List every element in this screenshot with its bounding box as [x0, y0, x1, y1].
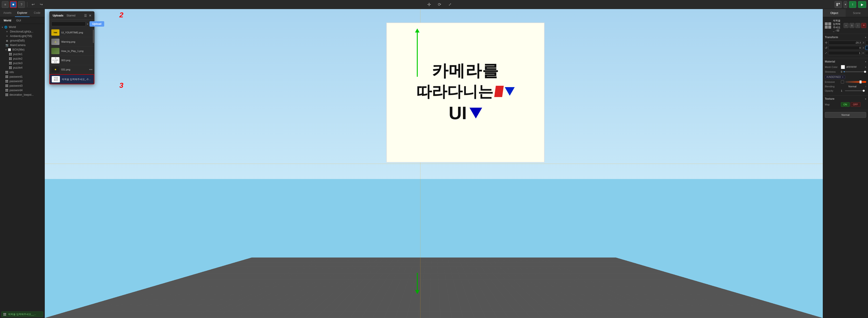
- panel-dropdown-button[interactable]: ▾: [844, 1, 847, 8]
- tree-item-world[interactable]: ▾ 🌐 World: [0, 25, 44, 29]
- viewport[interactable]: 카메라를 따라다니는 UI Uploads: [45, 9, 823, 318]
- material-chevron[interactable]: ▾: [865, 61, 866, 63]
- redo-button[interactable]: ↪: [38, 1, 44, 8]
- list-view-icon[interactable]: ☰: [84, 13, 88, 18]
- tab-object[interactable]: Object: [823, 9, 846, 17]
- tree-item-amb-light[interactable]: ☀ AmbientLight(756): [0, 34, 44, 38]
- refresh-icon[interactable]: ⟳: [436, 1, 443, 8]
- shininess-thumb[interactable]: [864, 71, 866, 73]
- tab-code[interactable]: Code: [30, 9, 44, 17]
- opacity-label: Opacity: [825, 90, 839, 92]
- right-tabs: Object Scene: [823, 9, 868, 17]
- more-options-icon[interactable]: •••: [89, 68, 92, 71]
- play-button[interactable]: ▶: [858, 1, 866, 8]
- world-gui-row: World GUI: [0, 17, 44, 24]
- map-label: Map: [825, 103, 839, 106]
- mat-add-btn[interactable]: +: [844, 23, 848, 28]
- blue-triangle-small: [505, 87, 515, 96]
- globe-icon: 🌐: [4, 26, 7, 29]
- tree-item-puzzle2[interactable]: puzzle2: [0, 57, 44, 61]
- upload-item-0[interactable]: TIME UI_YOURTIME.png: [50, 28, 94, 37]
- rotation-x-input[interactable]: [829, 46, 862, 50]
- upload-thumb-3: 수어로 밝게인사해주세요2.1.3.4: [51, 57, 59, 63]
- blending-value: Normal: [848, 85, 856, 88]
- scale-y-input[interactable]: [865, 51, 868, 55]
- tree-item-puzzle4[interactable]: puzzle4: [0, 65, 44, 70]
- mat-delete-btn[interactable]: ✕: [861, 23, 866, 28]
- tab-scene[interactable]: Scene: [846, 9, 868, 17]
- emissive-thumb[interactable]: [860, 80, 862, 83]
- upload-tab-starred[interactable]: Starred: [66, 13, 76, 17]
- close-icon[interactable]: ✕: [88, 13, 92, 18]
- board-text: 카메라를 따라다니는 UI: [416, 60, 515, 125]
- map-on-button[interactable]: ON: [841, 102, 850, 107]
- menu-button[interactable]: ≡: [2, 1, 8, 8]
- material-title: 제목을 입력해주세요_ - 02: [833, 19, 842, 32]
- upload-thumb-2: [51, 48, 59, 54]
- expand-icon[interactable]: ⤢: [447, 1, 454, 8]
- blending-arrow[interactable]: ›: [865, 85, 866, 88]
- mesh-color-swatch[interactable]: [841, 65, 845, 69]
- position-x-input[interactable]: [829, 41, 862, 45]
- grid-icon-bottom: [3, 313, 6, 316]
- upload-button[interactable]: Upload: [90, 21, 104, 27]
- shininess-slider[interactable]: [844, 71, 866, 72]
- position-y-input[interactable]: [865, 41, 868, 45]
- upload-item-3[interactable]: 수어로 밝게인사해주세요2.1.3.4 003.png: [50, 56, 94, 65]
- tree-item-ground[interactable]: ▣ ground(5d5): [0, 38, 44, 43]
- gui-item[interactable]: GUI: [15, 19, 22, 23]
- rotation-y-input[interactable]: [865, 46, 868, 50]
- expand-icon-box[interactable]: ▾: [5, 48, 6, 51]
- bottom-selected-item[interactable]: 제목을 입력해주세요__...: [1, 312, 43, 317]
- tree-item-pw3[interactable]: password3: [0, 83, 44, 88]
- map-off-button[interactable]: OFF: [850, 102, 861, 107]
- dropdown-arrow[interactable]: ▾: [87, 23, 88, 25]
- upload-item-2[interactable]: How_to_Play_1.png: [50, 46, 94, 56]
- tag-close-icon[interactable]: ✕: [842, 76, 844, 78]
- upload-item-1[interactable]: ⚠ Warning.png: [50, 37, 94, 46]
- upload-name-2: How_to_Play_1.png: [61, 50, 92, 52]
- tree-item-dir-light[interactable]: ☀ DirectionalLight(a...: [0, 29, 44, 34]
- texture-section: Texture ▾ Map ON OFF: [823, 96, 868, 110]
- tree-item-box[interactable]: ▾ ⬜ BOX(98e): [0, 47, 44, 52]
- upload-file-list: TIME UI_YOURTIME.png ⚠ Warning.png H: [50, 28, 94, 84]
- upload-item-4[interactable]: ★ 031.png •••: [50, 65, 94, 74]
- mat-copy-btn[interactable]: ⎘: [849, 23, 855, 28]
- emissive-slider[interactable]: [845, 81, 866, 83]
- texture-title-row: Texture ▾: [825, 97, 866, 100]
- tab-explorer[interactable]: Explorer: [15, 9, 30, 17]
- gizmo-horizontal-line: [45, 164, 823, 164]
- record-button[interactable]: ●: [10, 1, 17, 8]
- tree-item-pw1[interactable]: password1: [0, 74, 44, 79]
- tree-item-info[interactable]: info: [0, 70, 44, 74]
- tree-item-puzzle1[interactable]: puzzle1: [0, 52, 44, 57]
- transform-chevron[interactable]: ▾: [865, 36, 866, 39]
- world-item[interactable]: World: [2, 19, 13, 23]
- grid-icon-pw4: [5, 89, 8, 92]
- emissive-swatch[interactable]: [841, 80, 844, 83]
- tree-item-decoration[interactable]: decoration_lowpoi...: [0, 93, 44, 97]
- move-icon[interactable]: ✛: [426, 1, 433, 8]
- scale-x-input[interactable]: [828, 51, 862, 55]
- panel-toggle-button[interactable]: [835, 1, 842, 8]
- mat-info-btn[interactable]: i: [855, 23, 860, 28]
- tree-item-camera[interactable]: 📷 MainCamera: [0, 43, 44, 47]
- mesh-color-arrow[interactable]: ▾: [865, 66, 866, 68]
- upload-item-5[interactable]: 제목을입력해주세요 제목을 입력해주세요_-021.pr: [50, 74, 94, 84]
- upload-search-input[interactable]: [51, 22, 86, 26]
- tree-item-pw4[interactable]: password4: [0, 88, 44, 93]
- upload-tab-uploads[interactable]: Uploads: [52, 13, 64, 17]
- tree-item-pw2[interactable]: password2: [0, 79, 44, 83]
- step-badge-3: 3: [119, 81, 123, 90]
- upload-scrollbar[interactable]: [93, 30, 94, 43]
- upload-button[interactable]: ↑: [849, 1, 856, 8]
- scale-icon: ⤢: [825, 51, 827, 55]
- expand-icon[interactable]: ▾: [2, 26, 3, 29]
- undo-button[interactable]: ↩: [30, 1, 36, 8]
- opacity-thumb[interactable]: [863, 90, 865, 92]
- help-button[interactable]: ?: [18, 1, 25, 8]
- opacity-slider[interactable]: [845, 90, 865, 91]
- texture-chevron[interactable]: ▾: [865, 98, 866, 100]
- tree-item-puzzle3[interactable]: puzzle3: [0, 61, 44, 65]
- tab-assets[interactable]: Assets: [0, 9, 15, 17]
